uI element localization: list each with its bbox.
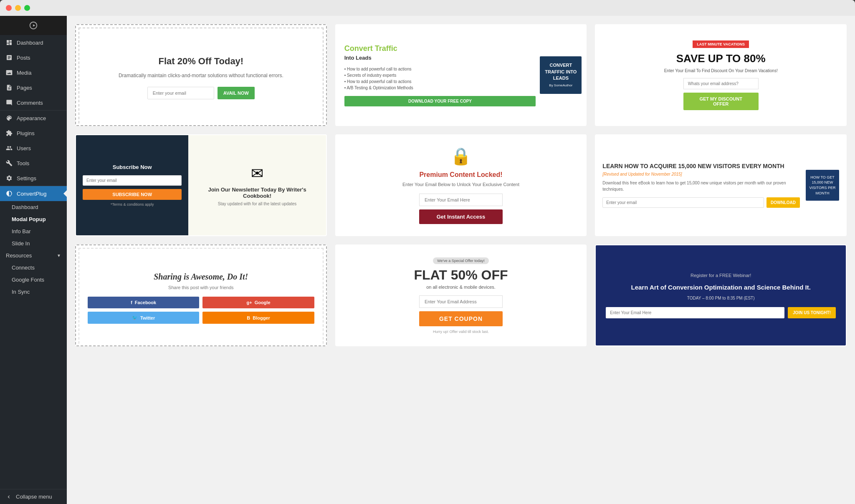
card-inner-3: Last Minute Vacations SAVE UP TO 80% Ent…	[596, 25, 846, 125]
card1-avail-button[interactable]: AVAIL NOW	[218, 87, 255, 99]
card4-subscribe-heading: Subscribe Now	[113, 164, 152, 170]
sidebar-item-comments[interactable]: Comments	[0, 95, 67, 110]
card8-footnote: Hurry up! Offer valid till stock last.	[433, 330, 489, 334]
card3-email-input[interactable]	[683, 78, 759, 89]
popup-card-sharing[interactable]: Sharing is Awesome, Do It! Share this po…	[75, 244, 327, 346]
sidebar-sub-item-info-bar[interactable]: Info Bar	[0, 225, 67, 237]
appearance-icon	[6, 115, 13, 121]
sidebar-item-label: Media	[17, 70, 31, 76]
popup-card-coupon[interactable]: We've a Special Offer today! FLAT 50% OF…	[335, 244, 587, 346]
card6-email-input[interactable]	[602, 197, 764, 208]
sub-item-label: Modal Popup	[12, 216, 46, 222]
card2-heading: Convert Traffic Into Leads	[344, 44, 536, 62]
card8-description: on all electronic & mobile devices.	[426, 285, 496, 290]
sidebar-sub-item-connects[interactable]: Connects	[0, 262, 67, 274]
sidebar-item-convertplug[interactable]: ConvertPlug	[0, 186, 67, 201]
facebook-share-button[interactable]: f Facebook	[88, 297, 199, 308]
card8-email-input[interactable]	[419, 295, 503, 308]
maximize-button[interactable]	[24, 5, 30, 11]
sub-item-label: Connects	[12, 265, 35, 271]
card2-download-button[interactable]: DOWNLOAD YOUR FREE COPY	[344, 96, 536, 106]
card1-email-input[interactable]	[147, 87, 214, 99]
card2-heading-colored: Convert	[344, 44, 373, 53]
sidebar-item-tools[interactable]: Tools	[0, 156, 67, 171]
lock-icon: 🔒	[450, 146, 471, 166]
card6-content: LEARN HOW TO ACQUIRE 15,000 NEW VISITORS…	[596, 135, 846, 235]
card5-email-input[interactable]	[419, 194, 503, 206]
card6-left: LEARN HOW TO ACQUIRE 15,000 NEW VISITORS…	[602, 163, 800, 208]
book-title: CONVERT TRAFFIC INTO LEADS	[543, 62, 578, 81]
card-inner-2: Convert Traffic Into Leads How to add po…	[336, 25, 586, 125]
popup-card-locked[interactable]: 🔒 Premium Content Locked! Enter Your Ema…	[335, 134, 587, 236]
sidebar-item-label: ConvertPlug	[17, 191, 47, 197]
sidebar-item-settings[interactable]: Settings	[0, 171, 67, 186]
list-item: A/B Testing & Optimization Methods	[344, 85, 536, 91]
sidebar-item-pages[interactable]: Pages	[0, 80, 67, 95]
sidebar-sub-item-modal-popup[interactable]: Modal Popup	[0, 213, 67, 225]
popup-card-convert-traffic[interactable]: Convert Traffic Into Leads How to add po…	[335, 24, 587, 126]
google-share-button[interactable]: g+ Google	[202, 297, 314, 308]
sub-item-label: Dashboard	[12, 204, 38, 210]
card1-form: AVAIL NOW	[147, 87, 255, 99]
list-item: Secrets of industry experts	[344, 72, 536, 78]
blogger-label: Blogger	[253, 315, 270, 320]
sidebar-item-appearance[interactable]: Appearance	[0, 111, 67, 126]
sidebar-sub-item-in-sync[interactable]: In Sync	[0, 286, 67, 298]
popup-card-discount[interactable]: Flat 20% Off Today! Dramatically maintai…	[75, 24, 327, 126]
card8-tag: We've a Special Offer today!	[433, 257, 488, 264]
card9-email-input[interactable]	[606, 307, 784, 318]
card9-join-button[interactable]: JOIN US TONIGHT!	[788, 307, 836, 318]
card1-description: Dramatically maintain clicks-and-mortar …	[119, 72, 283, 79]
card2-book: CONVERT TRAFFIC INTO LEADS By SomeAuthor	[540, 56, 582, 93]
list-item: How to add powerful call to actions	[344, 66, 536, 72]
card4-left: Subscribe Now SUBSCRIBE NOW *Terms & con…	[76, 135, 188, 235]
blogger-share-button[interactable]: B Blogger	[202, 312, 314, 324]
sidebar-item-label: Tools	[17, 160, 29, 166]
popup-card-newsletter[interactable]: Subscribe Now SUBSCRIBE NOW *Terms & con…	[75, 134, 327, 236]
sidebar-item-media[interactable]: Media	[0, 65, 67, 80]
popup-grid: Flat 20% Off Today! Dramatically maintai…	[75, 24, 847, 346]
sidebar-item-users[interactable]: Users	[0, 141, 67, 156]
card5-heading: Premium Content Locked!	[419, 171, 502, 179]
card1-content: Flat 20% Off Today! Dramatically maintai…	[78, 28, 324, 125]
card6-book: HOW TO GET 15,000 NEW VISITORS PER MONTH	[806, 170, 839, 201]
twitter-share-button[interactable]: 🐦 Twitter	[88, 312, 199, 324]
card-inner-8: We've a Special Offer today! FLAT 50% OF…	[336, 245, 586, 345]
sidebar-item-posts[interactable]: Posts	[0, 50, 67, 65]
card1-heading: Flat 20% Off Today!	[158, 56, 243, 67]
sub-item-label: In Sync	[12, 289, 30, 295]
popup-card-webinar[interactable]: Register for a FREE Webinar! Learn Art o…	[595, 244, 847, 346]
card4-subscribe-button[interactable]: SUBSCRIBE NOW	[83, 189, 182, 200]
sidebar-sub-item-google-fonts[interactable]: Google Fonts	[0, 274, 67, 286]
sidebar-sub-item-cp-dashboard[interactable]: Dashboard	[0, 201, 67, 213]
sidebar-item-dashboard[interactable]: Dashboard	[0, 35, 67, 50]
card5-content: 🔒 Premium Content Locked! Enter Your Ema…	[336, 135, 586, 235]
popup-card-travel[interactable]: Last Minute Vacations SAVE UP TO 80% Ent…	[595, 24, 847, 126]
popup-card-visitors[interactable]: LEARN HOW TO ACQUIRE 15,000 NEW VISITORS…	[595, 134, 847, 236]
card6-heading: LEARN HOW TO ACQUIRE 15,000 NEW VISITORS…	[602, 163, 800, 169]
google-icon: g+	[246, 300, 252, 305]
card8-heading: FLAT 50% OFF	[414, 267, 508, 283]
card5-access-button[interactable]: Get Instant Access	[419, 209, 503, 224]
sidebar-sub-item-resources[interactable]: Resources ▼	[0, 249, 67, 262]
card8-content: We've a Special Offer today! FLAT 50% OF…	[336, 245, 586, 345]
card4-terms: *Terms & conditions apply	[111, 202, 154, 207]
card6-download-button[interactable]: DOWNLOAD	[766, 197, 800, 208]
google-label: Google	[255, 300, 271, 305]
card-inner-9: Register for a FREE Webinar! Learn Art o…	[596, 245, 846, 345]
collapse-icon	[6, 494, 12, 500]
twitter-label: Twitter	[140, 315, 155, 320]
card4-email-input[interactable]	[83, 175, 182, 186]
sidebar-sub-item-slide-in[interactable]: Slide In	[0, 237, 67, 249]
close-button[interactable]	[6, 5, 12, 11]
card3-offer-button[interactable]: GET MY DISCOUNT OFFER	[683, 93, 759, 110]
collapse-menu-button[interactable]: Collapse menu	[0, 489, 67, 504]
card8-coupon-button[interactable]: GET COUPON	[419, 311, 503, 326]
list-item: How to add powerful call to actions	[344, 78, 536, 85]
card-inner-7: Sharing is Awesome, Do It! Share this po…	[76, 245, 326, 345]
minimize-button[interactable]	[15, 5, 21, 11]
sidebar-item-label: Pages	[17, 85, 32, 91]
posts-icon	[6, 54, 13, 61]
card9-content: Register for a FREE Webinar! Learn Art o…	[596, 245, 846, 345]
sidebar-item-plugins[interactable]: Plugins	[0, 126, 67, 141]
